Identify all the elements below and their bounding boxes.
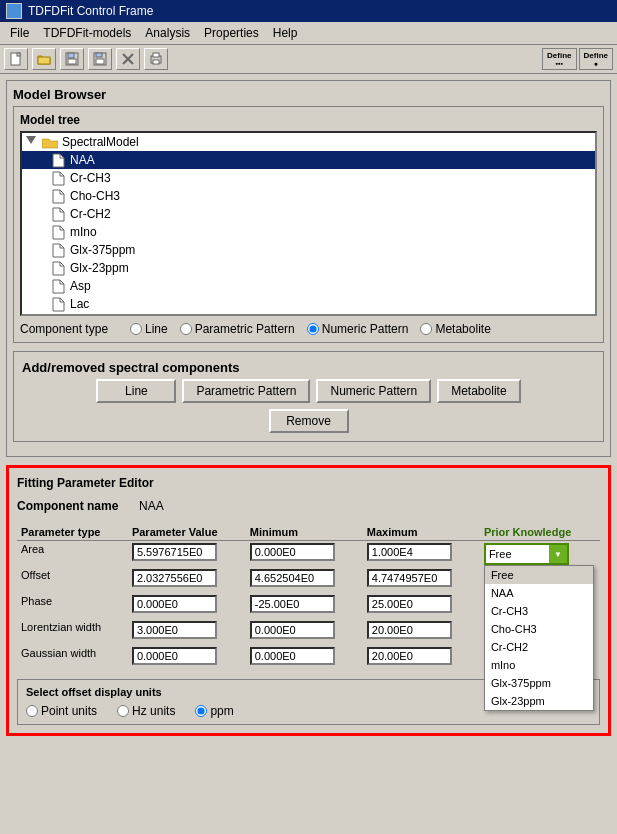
toolbar: Define ▪▪▪ Define ● bbox=[0, 45, 617, 74]
main-content: Model Browser Model tree SpectralModel bbox=[0, 74, 617, 742]
radio-metabolite[interactable]: Metabolite bbox=[420, 322, 490, 336]
pk-list-crch2[interactable]: Cr-CH2 bbox=[485, 638, 593, 656]
add-remove-buttons: Line Parametric Pattern Numeric Pattern … bbox=[22, 379, 595, 403]
radio-point-units-label: Point units bbox=[41, 704, 97, 718]
radio-hz-units-label: Hz units bbox=[132, 704, 175, 718]
radio-line[interactable]: Line bbox=[130, 322, 168, 336]
component-type-radio-group: Line Parametric Pattern Numeric Pattern … bbox=[130, 322, 491, 336]
toolbar-save-btn[interactable] bbox=[88, 48, 112, 70]
param-value-lorentzian[interactable] bbox=[132, 621, 217, 639]
tree-item-lac[interactable]: Lac bbox=[22, 295, 595, 313]
tree-item-crch2-label: Cr-CH2 bbox=[70, 207, 111, 221]
svg-rect-8 bbox=[96, 59, 104, 64]
fitting-editor-title: Fitting Parameter Editor bbox=[17, 476, 600, 490]
param-min-lorentzian[interactable] bbox=[250, 621, 335, 639]
radio-ppm-units[interactable]: ppm bbox=[195, 704, 233, 718]
param-min-area[interactable] bbox=[250, 543, 335, 561]
app-icon bbox=[6, 3, 22, 19]
param-max-offset[interactable] bbox=[367, 569, 452, 587]
add-metabolite-btn[interactable]: Metabolite bbox=[437, 379, 520, 403]
param-value-phase[interactable] bbox=[132, 595, 217, 613]
file-icon-lac bbox=[50, 297, 66, 311]
tree-item-glx23[interactable]: Glx-23ppm bbox=[22, 259, 595, 277]
tree-item-mino[interactable]: mIno bbox=[22, 223, 595, 241]
param-value-offset[interactable] bbox=[132, 569, 217, 587]
toolbar-define1-btn[interactable]: Define ▪▪▪ bbox=[542, 48, 576, 70]
radio-hz-units[interactable]: Hz units bbox=[117, 704, 175, 718]
svg-rect-12 bbox=[153, 53, 159, 57]
param-min-phase-cell bbox=[246, 593, 363, 619]
tree-item-lac-label: Lac bbox=[70, 297, 89, 311]
param-min-phase[interactable] bbox=[250, 595, 335, 613]
param-max-gaussian[interactable] bbox=[367, 647, 452, 665]
param-table: Parameter type Parameter Value Minimum M… bbox=[17, 524, 600, 671]
tree-item-naa[interactable]: NAA bbox=[22, 151, 595, 169]
tree-item-naa-label: NAA bbox=[70, 153, 95, 167]
tree-item-choch3[interactable]: Cho-CH3 bbox=[22, 187, 595, 205]
param-min-offset-cell bbox=[246, 567, 363, 593]
param-value-gaussian[interactable] bbox=[132, 647, 217, 665]
param-min-gaussian[interactable] bbox=[250, 647, 335, 665]
add-remove-section: Add/removed spectral components Line Par… bbox=[13, 351, 604, 442]
param-type-gaussian: Gaussian width bbox=[17, 645, 128, 671]
toolbar-define2-btn[interactable]: Define ● bbox=[579, 48, 613, 70]
toolbar-saveas-btn[interactable] bbox=[60, 48, 84, 70]
tree-item-crch3[interactable]: Cr-CH3 bbox=[22, 169, 595, 187]
add-parametric-btn[interactable]: Parametric Pattern bbox=[182, 379, 310, 403]
prior-dropdown-area[interactable]: Free ▼ Free NAA Cr-CH3 Cho-CH3 Cr-CH2 mI… bbox=[484, 543, 569, 565]
menu-help[interactable]: Help bbox=[267, 24, 304, 42]
radio-parametric[interactable]: Parametric Pattern bbox=[180, 322, 295, 336]
menu-tdfdfitmodels[interactable]: TDFDFit-models bbox=[37, 24, 137, 42]
toolbar-close-btn[interactable] bbox=[116, 48, 140, 70]
toolbar-new-btn[interactable] bbox=[4, 48, 28, 70]
add-numeric-btn[interactable]: Numeric Pattern bbox=[316, 379, 431, 403]
param-type-phase: Phase bbox=[17, 593, 128, 619]
tree-item-glx375[interactable]: Glx-375ppm bbox=[22, 241, 595, 259]
param-max-phase[interactable] bbox=[367, 595, 452, 613]
pk-list-glx375[interactable]: Glx-375ppm bbox=[485, 674, 593, 692]
param-type-offset: Offset bbox=[17, 567, 128, 593]
pk-list-naa[interactable]: NAA bbox=[485, 584, 593, 602]
add-line-btn[interactable]: Line bbox=[96, 379, 176, 403]
tree-root-label: SpectralModel bbox=[62, 135, 139, 149]
col-header-max: Maximum bbox=[363, 524, 480, 541]
tree-item-crch3-label: Cr-CH3 bbox=[70, 171, 111, 185]
param-min-gaussian-cell bbox=[246, 645, 363, 671]
file-icon-choch3 bbox=[50, 189, 66, 203]
tree-container[interactable]: SpectralModel NAA Cr-CH3 bbox=[20, 131, 597, 316]
tree-item-root[interactable]: SpectralModel bbox=[22, 133, 595, 151]
pk-list-glx23[interactable]: Glx-23ppm bbox=[485, 692, 593, 710]
param-value-area[interactable] bbox=[132, 543, 217, 561]
menu-properties[interactable]: Properties bbox=[198, 24, 265, 42]
remove-btn[interactable]: Remove bbox=[269, 409, 349, 433]
tree-item-asp[interactable]: Asp bbox=[22, 277, 595, 295]
menu-file[interactable]: File bbox=[4, 24, 35, 42]
radio-point-units[interactable]: Point units bbox=[26, 704, 97, 718]
radio-numeric-label: Numeric Pattern bbox=[322, 322, 409, 336]
file-icon-naa bbox=[50, 153, 66, 167]
svg-rect-1 bbox=[17, 53, 20, 56]
pk-list-free[interactable]: Free bbox=[485, 566, 593, 584]
file-icon-crch3 bbox=[50, 171, 66, 185]
param-min-lorentzian-cell bbox=[246, 619, 363, 645]
toolbar-open-btn[interactable] bbox=[32, 48, 56, 70]
tree-item-mino-label: mIno bbox=[70, 225, 97, 239]
menu-analysis[interactable]: Analysis bbox=[139, 24, 196, 42]
component-name-label: Component name bbox=[17, 499, 127, 513]
toolbar-print-btn[interactable] bbox=[144, 48, 168, 70]
pk-list-choch3[interactable]: Cho-CH3 bbox=[485, 620, 593, 638]
param-max-lorentzian[interactable] bbox=[367, 621, 452, 639]
param-value-phase-cell bbox=[128, 593, 246, 619]
param-max-area[interactable] bbox=[367, 543, 452, 561]
pk-list-crch3[interactable]: Cr-CH3 bbox=[485, 602, 593, 620]
pk-dropdown-wrapper-area[interactable]: Free ▼ bbox=[484, 543, 569, 565]
pk-dropdown-btn-area[interactable]: ▼ bbox=[549, 545, 567, 563]
file-icon-crch2 bbox=[50, 207, 66, 221]
svg-rect-2 bbox=[38, 57, 50, 64]
tree-item-crch2[interactable]: Cr-CH2 bbox=[22, 205, 595, 223]
radio-numeric[interactable]: Numeric Pattern bbox=[307, 322, 409, 336]
pk-list-mino[interactable]: mIno bbox=[485, 656, 593, 674]
component-name-value: NAA bbox=[135, 498, 168, 514]
param-min-offset[interactable] bbox=[250, 569, 335, 587]
folder-icon bbox=[42, 135, 58, 149]
